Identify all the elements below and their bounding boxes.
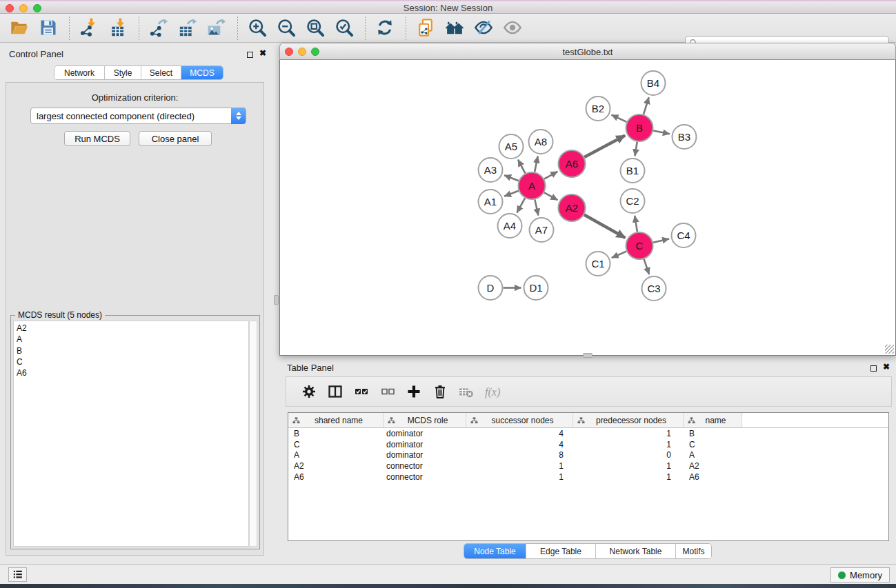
table-row[interactable]: Bdominator41B: [288, 428, 888, 439]
column-header-predecessor-nodes[interactable]: predecessor nodes: [573, 413, 684, 427]
function-builder-button[interactable]: f(x): [481, 381, 504, 402]
criterion-dropdown[interactable]: largest connected component (directed): [30, 108, 246, 124]
edge-B-B1[interactable]: [635, 142, 637, 156]
zoom-in-button[interactable]: [248, 18, 268, 39]
mcds-result-item[interactable]: B: [17, 345, 248, 356]
node-C[interactable]: C: [626, 232, 653, 259]
edge-C-C1[interactable]: [612, 252, 626, 258]
export-image-button[interactable]: [207, 18, 228, 39]
edge-C-C3[interactable]: [644, 259, 650, 274]
node-B3[interactable]: B3: [673, 125, 697, 149]
float-panel-icon[interactable]: [247, 52, 253, 58]
node-A8[interactable]: A8: [529, 130, 553, 154]
zoom-out-button[interactable]: [277, 18, 297, 39]
split-panel-button[interactable]: [323, 381, 347, 402]
edge-A-A5[interactable]: [518, 160, 525, 174]
edge-A-A4[interactable]: [517, 198, 525, 212]
network-canvas[interactable]: A5A8A6A3AA1A4A7A2B2B4BB3B1C2CC4C1C3DD1: [279, 60, 896, 356]
edge-C-C2[interactable]: [635, 216, 637, 232]
tab-node-table[interactable]: Node Table: [464, 544, 526, 558]
mcds-result-scrollbar[interactable]: [249, 321, 257, 547]
edge-B-B4[interactable]: [644, 97, 649, 114]
tab-edge-table[interactable]: Edge Table: [526, 544, 596, 558]
tab-motifs[interactable]: Motifs: [676, 544, 711, 558]
edge-A-A1[interactable]: [504, 191, 519, 196]
edge-B-B2[interactable]: [611, 115, 626, 122]
tab-network-table[interactable]: Network Table: [596, 544, 676, 558]
zoom-selected-region-button[interactable]: [335, 18, 355, 39]
node-A2[interactable]: A2: [559, 194, 586, 221]
mcds-result-item[interactable]: A: [17, 334, 248, 345]
memory-button[interactable]: Memory: [830, 567, 890, 582]
table-row[interactable]: Cdominator41C: [288, 439, 888, 450]
mcds-result-item[interactable]: A6: [17, 367, 248, 378]
column-header-MCDS-role[interactable]: MCDS role: [384, 413, 466, 427]
add-column-button[interactable]: [402, 381, 426, 402]
save-session-button[interactable]: [39, 18, 59, 39]
task-history-button[interactable]: [8, 567, 27, 582]
run-mcds-button[interactable]: Run MCDS: [64, 131, 130, 146]
refresh-view-button[interactable]: [375, 18, 396, 39]
edge-A-A2[interactable]: [544, 192, 557, 200]
close-panel-icon[interactable]: ✖: [259, 48, 266, 58]
edge-A-A8[interactable]: [535, 156, 538, 172]
node-B1[interactable]: B1: [621, 159, 645, 183]
import-network-button[interactable]: [79, 18, 100, 39]
table-row[interactable]: A6connector11A6: [288, 472, 888, 483]
float-table-panel-icon[interactable]: [870, 365, 877, 372]
manage-styles-button[interactable]: [416, 18, 437, 39]
node-A3[interactable]: A3: [479, 158, 503, 182]
node-A[interactable]: A: [519, 172, 546, 199]
node-B[interactable]: B: [626, 114, 653, 141]
node-D1[interactable]: D1: [524, 276, 548, 300]
edge-B-B3[interactable]: [653, 131, 670, 134]
node-B2[interactable]: B2: [586, 97, 610, 121]
tab-network[interactable]: Network: [54, 66, 105, 79]
node-A4[interactable]: A4: [498, 214, 522, 238]
export-table-button[interactable]: [178, 18, 199, 39]
import-table-button[interactable]: [108, 18, 129, 39]
node-B4[interactable]: B4: [641, 71, 666, 95]
tab-style[interactable]: Style: [105, 66, 141, 79]
delete-table-button[interactable]: [455, 381, 478, 402]
edge-A6-B[interactable]: [584, 136, 625, 157]
edge-A-A6[interactable]: [544, 172, 557, 179]
node-C3[interactable]: C3: [642, 276, 666, 301]
node-table[interactable]: shared nameMCDS rolesuccessor nodesprede…: [288, 412, 889, 541]
show-hide-graphics-details-button[interactable]: [474, 18, 495, 39]
node-C2[interactable]: C2: [621, 189, 645, 213]
select-all-checkboxes-button[interactable]: [350, 381, 373, 402]
mcds-result-item[interactable]: A2: [17, 323, 248, 334]
open-session-button[interactable]: [10, 18, 30, 39]
mcds-result-item[interactable]: C: [17, 356, 248, 367]
vertical-scrollbar-thumb[interactable]: [274, 295, 279, 305]
export-network-button[interactable]: [149, 18, 170, 39]
delete-columns-button[interactable]: [428, 381, 452, 402]
edge-A-A7[interactable]: [535, 200, 538, 216]
tab-select[interactable]: Select: [141, 66, 181, 79]
tab-mcds[interactable]: MCDS: [181, 66, 223, 79]
edge-A-A3[interactable]: [504, 175, 519, 181]
mcds-result-list[interactable]: A2ABCA6: [13, 321, 249, 547]
node-D[interactable]: D: [479, 276, 503, 300]
close-panel-button[interactable]: Close panel: [139, 131, 212, 146]
column-header-shared-name[interactable]: shared name: [288, 413, 384, 427]
edge-A2-C[interactable]: [584, 215, 626, 238]
table-row[interactable]: Adominator80A: [288, 449, 888, 460]
node-A5[interactable]: A5: [499, 134, 524, 159]
resize-grip-icon[interactable]: [885, 345, 894, 354]
network-window-titlebar[interactable]: testGlobe.txt: [279, 43, 896, 60]
birds-eye-view-button[interactable]: [503, 18, 524, 39]
node-C4[interactable]: C4: [672, 223, 696, 247]
table-row[interactable]: A2connector11A2: [288, 460, 888, 472]
node-A1[interactable]: A1: [479, 190, 503, 214]
home-pair-button[interactable]: [445, 18, 466, 39]
node-C1[interactable]: C1: [586, 252, 610, 276]
zoom-fit-content-button[interactable]: [306, 18, 326, 39]
close-table-panel-icon[interactable]: ✖: [883, 362, 890, 372]
column-header-name[interactable]: name: [684, 413, 742, 427]
column-header-successor-nodes[interactable]: successor nodes: [466, 413, 573, 427]
node-A6[interactable]: A6: [559, 150, 586, 177]
edge-C-C4[interactable]: [653, 239, 669, 242]
horizontal-scrollbar-thumb[interactable]: [583, 353, 593, 358]
